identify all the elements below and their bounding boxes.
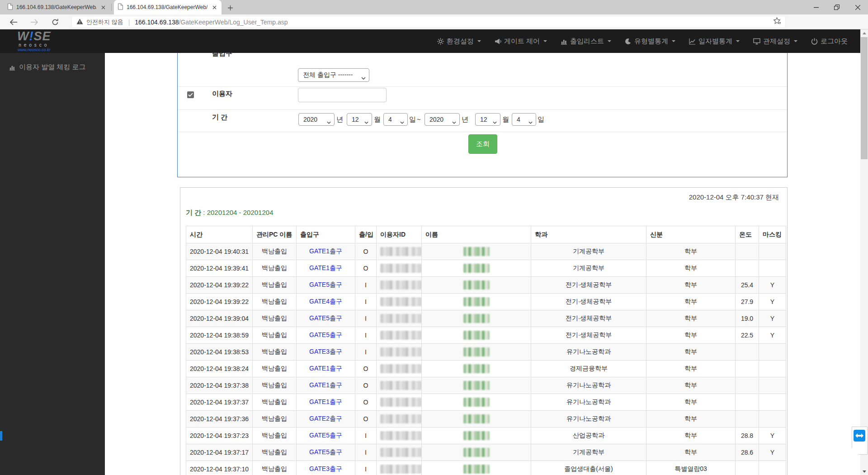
masked-user-id bbox=[380, 297, 422, 306]
to-day-value: 4 bbox=[517, 116, 520, 123]
user-checkbox[interactable] bbox=[187, 91, 194, 98]
cell-temperature bbox=[736, 243, 759, 260]
cell-pc-name: 백남출입 bbox=[253, 327, 297, 344]
tab-title: 166.104.69.138/GateKeeperWeb/ bbox=[16, 4, 96, 10]
gate-link[interactable]: GATE5출구 bbox=[309, 448, 342, 456]
cell-time: 2020-12-04 19:37:37 bbox=[186, 394, 253, 411]
chevron-down-icon bbox=[327, 118, 331, 125]
gate-link[interactable]: GATE2출구 bbox=[309, 415, 342, 422]
new-tab-icon[interactable] bbox=[226, 4, 234, 12]
cell-dept: 기계공학부 bbox=[531, 444, 646, 461]
page-scrollbar[interactable] bbox=[860, 29, 868, 475]
not-secure-warning-icon bbox=[76, 18, 83, 26]
gate-link[interactable]: GATE1출구 bbox=[309, 398, 342, 405]
menu-stats-by-date[interactable]: 일자별통계 bbox=[689, 37, 740, 46]
back-icon[interactable] bbox=[8, 17, 19, 28]
table-row: 2020-12-04 19:40:31백남출입GATE1출구O기계공학부학부 bbox=[186, 243, 786, 260]
menu-label: 게이트 제어 bbox=[504, 37, 540, 46]
menu-monitoring-settings[interactable]: 관제설정 bbox=[753, 37, 797, 46]
cell-masking: Y bbox=[759, 444, 786, 461]
cell-user-id bbox=[377, 294, 422, 310]
search-button[interactable]: 조회 bbox=[468, 134, 497, 154]
menu-logout[interactable]: 로그아웃 bbox=[811, 37, 848, 46]
gate-link[interactable]: GATE5출구 bbox=[309, 314, 342, 322]
tab-close-icon[interactable] bbox=[99, 4, 107, 11]
add-favorite-star-icon[interactable] bbox=[773, 17, 781, 27]
menu-label: 출입리스트 bbox=[570, 37, 604, 46]
chevron-down-icon bbox=[361, 74, 366, 81]
tab-close-icon[interactable] bbox=[211, 4, 218, 11]
from-month-select[interactable]: 12 bbox=[347, 113, 372, 126]
side-panel-handle[interactable] bbox=[0, 431, 2, 441]
scroll-up-icon[interactable] bbox=[860, 29, 868, 37]
menu-access-list[interactable]: 출입리스트 bbox=[561, 37, 611, 46]
cell-dept: 전기·생체공학부 bbox=[531, 310, 646, 327]
cell-time: 2020-12-04 19:39:41 bbox=[186, 260, 253, 277]
scrollbar-thumb[interactable] bbox=[861, 37, 868, 159]
cell-pc-name: 백남출입 bbox=[253, 260, 297, 277]
masked-user-name bbox=[463, 331, 490, 340]
gate-link[interactable]: GATE4출구 bbox=[309, 298, 342, 305]
logo-se: SE bbox=[33, 29, 51, 43]
minimize-icon[interactable] bbox=[806, 0, 826, 14]
gate-link[interactable]: GATE5출구 bbox=[309, 331, 342, 338]
menu-label: 일자별통계 bbox=[698, 37, 732, 46]
divider bbox=[178, 132, 787, 132]
from-year-select[interactable]: 2020 bbox=[298, 113, 335, 126]
cell-in-out: I bbox=[355, 461, 377, 475]
cell-user-id bbox=[377, 260, 422, 277]
teamviewer-icon[interactable] bbox=[854, 430, 865, 442]
gate-link[interactable]: GATE3출구 bbox=[309, 465, 342, 472]
cell-pc-name: 백남출입 bbox=[253, 243, 297, 260]
from-day-select[interactable]: 4 bbox=[383, 113, 408, 126]
cell-rank: 학부 bbox=[646, 428, 736, 444]
masked-user-name bbox=[463, 398, 490, 407]
cell-in-out: I bbox=[355, 428, 377, 444]
cell-user-name bbox=[422, 294, 531, 310]
menu-stats-by-type[interactable]: 유형별통계 bbox=[625, 37, 675, 46]
forward-icon[interactable] bbox=[29, 17, 40, 28]
gate-link[interactable]: GATE1출구 bbox=[309, 264, 342, 271]
gate-link[interactable]: GATE3출구 bbox=[309, 348, 342, 355]
teamviewer-panel[interactable] bbox=[852, 427, 868, 455]
menu-settings[interactable]: 환경설정 bbox=[437, 37, 481, 46]
browser-tab-active[interactable]: 166.104.69.138/GateKeeperWeb/ bbox=[114, 0, 222, 14]
cell-gate: GATE4출구 bbox=[297, 294, 355, 310]
month-unit: 월 bbox=[374, 115, 381, 124]
gate-link[interactable]: GATE1출구 bbox=[309, 365, 342, 372]
cell-gate: GATE5출구 bbox=[297, 327, 355, 344]
cell-time: 2020-12-04 19:37:38 bbox=[186, 377, 253, 394]
gate-link[interactable]: GATE5출구 bbox=[309, 432, 342, 439]
cell-user-name bbox=[422, 260, 531, 277]
refresh-icon[interactable] bbox=[50, 17, 61, 28]
menu-gate-control[interactable]: 게이트 제어 bbox=[495, 37, 547, 46]
pie-chart-icon bbox=[625, 38, 632, 45]
col-gate: 출입구 bbox=[297, 226, 355, 243]
cell-dept: 유기나노공학과 bbox=[531, 344, 646, 361]
gate-link[interactable]: GATE1출구 bbox=[309, 381, 342, 389]
cell-in-out: I bbox=[355, 444, 377, 461]
cell-pc-name: 백남출입 bbox=[253, 377, 297, 394]
close-window-icon[interactable] bbox=[847, 0, 868, 14]
restore-icon[interactable] bbox=[826, 0, 847, 14]
scroll-down-icon[interactable] bbox=[860, 468, 868, 475]
to-day-select[interactable]: 4 bbox=[512, 113, 536, 126]
cell-user-name bbox=[422, 310, 531, 327]
gate-link[interactable]: GATE1출구 bbox=[309, 247, 342, 255]
table-row: 2020-12-04 19:37:38백남출입GATE1출구O유기나노공학과학부 bbox=[186, 377, 786, 394]
not-secure-label: 안전하지 않음 bbox=[86, 18, 123, 26]
gate-link[interactable]: GATE5출구 bbox=[309, 281, 342, 288]
cell-masking: Y bbox=[759, 327, 786, 344]
to-year-select[interactable]: 2020 bbox=[425, 113, 460, 126]
url-field[interactable]: 안전하지 않음 | 166.104.69.138 /GateKeeperWeb/… bbox=[71, 16, 786, 28]
to-month-select[interactable]: 12 bbox=[475, 113, 500, 126]
user-input[interactable] bbox=[298, 88, 387, 102]
logo-neosco: neosco bbox=[17, 43, 51, 48]
cell-temperature bbox=[736, 361, 759, 377]
cell-time: 2020-12-04 19:39:04 bbox=[186, 310, 253, 327]
sidebar-item-fever-check-log[interactable]: 이용자 발열 체킹 로그 bbox=[0, 53, 105, 71]
cell-masking bbox=[759, 260, 786, 277]
page-content: 출입구 전체 출입구 ------- 이용자 기 간 2020 년 12 월 4… bbox=[0, 29, 868, 475]
gate-select[interactable]: 전체 출입구 ------- bbox=[298, 68, 369, 82]
browser-tab-inactive[interactable]: 166.104.69.138/GateKeeperWeb/ bbox=[4, 0, 110, 14]
